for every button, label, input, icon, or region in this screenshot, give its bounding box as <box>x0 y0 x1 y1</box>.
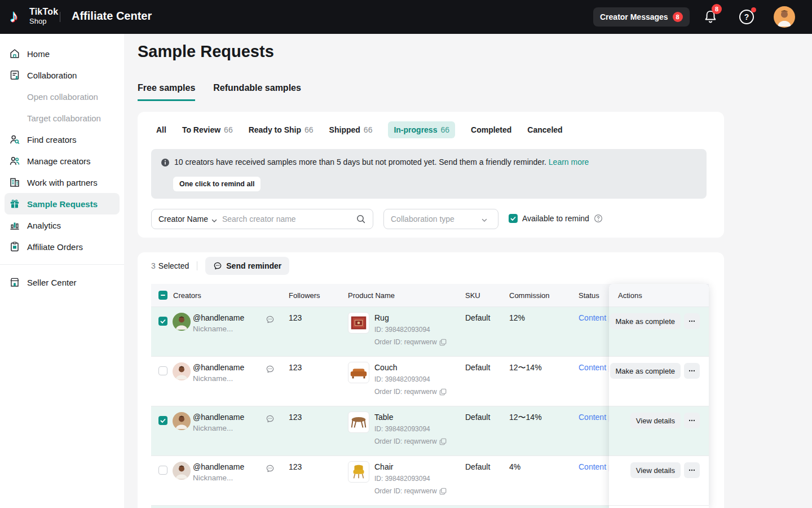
find-creators-icon <box>9 134 20 145</box>
question-circle-icon[interactable] <box>594 214 603 223</box>
collaboration-type-select[interactable]: Collaboration type <box>383 209 498 229</box>
tab-refundable-samples[interactable]: Refundable samples <box>213 83 301 101</box>
creator-handle[interactable]: @handlename <box>193 413 244 422</box>
filter-pill-ready-to-ship[interactable]: Ready to Ship66 <box>249 125 314 134</box>
sidebar-item-label: Work with partners <box>27 178 98 187</box>
available-to-remind-checkbox[interactable] <box>509 214 518 223</box>
sidebar: HomeCollaborationOpen collaborationTarge… <box>0 34 124 508</box>
search-input[interactable] <box>221 214 356 224</box>
sku-value: Default <box>465 462 490 471</box>
filter-pill-label: To Review <box>182 125 220 134</box>
action-button-view-details[interactable]: View details <box>630 462 681 478</box>
commission-value: 12〜14% <box>509 413 542 423</box>
remind-all-button[interactable]: One click to remind all <box>173 177 261 191</box>
sidebar-divider <box>0 264 124 265</box>
tiktok-shop-wordmark: TikTok Shop <box>29 7 58 25</box>
filter-pill-label: All <box>156 125 166 134</box>
header-divider <box>60 12 60 22</box>
sidebar-item-open-collaboration[interactable]: Open collaboration <box>5 86 120 107</box>
affiliate-center-page: ♪ ♪ ♪ TikTok Shop Affiliate Center Creat… <box>0 0 812 508</box>
sidebar-item-collaboration[interactable]: Collaboration <box>5 64 120 86</box>
filter-pill-canceled[interactable]: Canceled <box>527 125 562 134</box>
more-actions-button[interactable] <box>684 462 700 478</box>
status-link[interactable]: Content p <box>579 462 613 471</box>
sidebar-item-find-creators[interactable]: Find creators <box>5 129 120 150</box>
status-link[interactable]: Content p <box>579 313 613 322</box>
filter-pill-count: 66 <box>440 125 449 134</box>
copy-icon[interactable] <box>439 438 447 445</box>
copy-icon[interactable] <box>439 339 447 346</box>
sidebar-item-manage-creators[interactable]: Manage creators <box>5 150 120 172</box>
sidebar-item-home[interactable]: Home <box>5 43 120 64</box>
partners-icon <box>9 177 20 188</box>
send-reminder-button[interactable]: Send reminder <box>205 257 289 275</box>
copy-icon[interactable] <box>439 488 447 495</box>
learn-more-link[interactable]: Learn more <box>549 157 589 167</box>
chat-bubble-icon <box>213 261 222 270</box>
row-checkbox[interactable] <box>158 466 167 475</box>
actions-panel-row: Make as complete <box>609 307 709 357</box>
creator-avatar <box>173 462 191 480</box>
sidebar-item-sample-requests[interactable]: Sample Requests <box>5 193 120 214</box>
sidebar-item-seller-center[interactable]: Seller Center <box>5 271 120 293</box>
status-link[interactable]: Content p <box>579 413 613 422</box>
creator-handle[interactable]: @handlename <box>193 313 244 322</box>
actions-panel-header: Actions <box>609 284 709 307</box>
chat-bubble-icon[interactable] <box>266 365 275 374</box>
filter-pill-to-review[interactable]: To Review66 <box>182 125 233 134</box>
creator-messages-button[interactable]: Creator Messages 8 <box>593 7 690 27</box>
help-alert-dot <box>751 7 756 12</box>
sku-value: Default <box>465 313 490 322</box>
row-checkbox[interactable] <box>158 317 167 326</box>
commission-value: 4% <box>509 462 520 471</box>
sidebar-item-affiliate-orders[interactable]: Affiliate Orders <box>5 236 120 257</box>
app-title: Affiliate Center <box>72 10 152 23</box>
sku-value: Default <box>465 363 490 372</box>
sidebar-item-analytics[interactable]: Analytics <box>5 214 120 236</box>
order-id-text: Order ID: reqwrwerw <box>374 338 437 346</box>
more-actions-button[interactable] <box>684 413 700 428</box>
chat-bubble-icon[interactable] <box>266 315 275 324</box>
banner-message-text: 10 creators have received samples more t… <box>174 157 546 167</box>
select-all-checkbox[interactable] <box>158 291 167 300</box>
chat-bubble-icon[interactable] <box>266 414 275 423</box>
product-thumbnail <box>348 411 369 433</box>
search-field-selector[interactable]: Creator Name <box>158 214 208 224</box>
chevron-down-icon <box>481 216 488 223</box>
action-button-make-as-complete[interactable]: Make as complete <box>610 363 681 379</box>
filter-pill-completed[interactable]: Completed <box>471 125 511 134</box>
top-bar: ♪ ♪ ♪ TikTok Shop Affiliate Center Creat… <box>0 0 812 34</box>
col-product-name: Product Name <box>348 291 395 300</box>
brand-line1: TikTok <box>29 7 58 17</box>
user-avatar[interactable] <box>774 6 795 28</box>
creator-nickname: Nickname... <box>193 325 233 333</box>
product-name: Chair <box>374 462 393 471</box>
filter-pill-in-progress[interactable]: In-progress66 <box>388 121 455 138</box>
action-button-make-as-complete[interactable]: Make as complete <box>610 313 681 329</box>
row-checkbox[interactable] <box>158 366 167 375</box>
filter-pill-shipped[interactable]: Shipped66 <box>329 125 373 134</box>
creator-search-box: Creator Name <box>151 209 373 229</box>
sidebar-item-target-collaboration[interactable]: Target collaboration <box>5 107 120 129</box>
row-checkbox[interactable] <box>158 416 167 425</box>
creator-handle[interactable]: @handlename <box>193 363 244 372</box>
sidebar-item-work-with-partners[interactable]: Work with partners <box>5 172 120 193</box>
creator-messages-badge: 8 <box>673 12 683 22</box>
more-actions-button[interactable] <box>684 363 700 379</box>
status-link[interactable]: Content p <box>579 363 613 372</box>
col-sku: SKU <box>465 291 480 300</box>
filter-pill-all[interactable]: All <box>156 125 166 134</box>
actions-column-panel: Actions Make as completeMake as complete… <box>609 284 709 508</box>
tab-free-samples[interactable]: Free samples <box>138 83 195 101</box>
selection-divider <box>197 261 197 270</box>
chat-bubble-icon[interactable] <box>266 464 275 473</box>
gift-icon <box>9 198 20 209</box>
more-actions-button[interactable] <box>684 313 700 329</box>
actions-panel-row: View details <box>609 406 709 456</box>
copy-icon[interactable] <box>439 388 447 396</box>
search-icon[interactable] <box>356 214 366 224</box>
creator-handle[interactable]: @handlename <box>193 462 244 471</box>
action-button-view-details[interactable]: View details <box>630 413 681 428</box>
sidebar-item-label: Affiliate Orders <box>27 242 83 252</box>
creator-messages-label: Creator Messages <box>600 12 668 21</box>
